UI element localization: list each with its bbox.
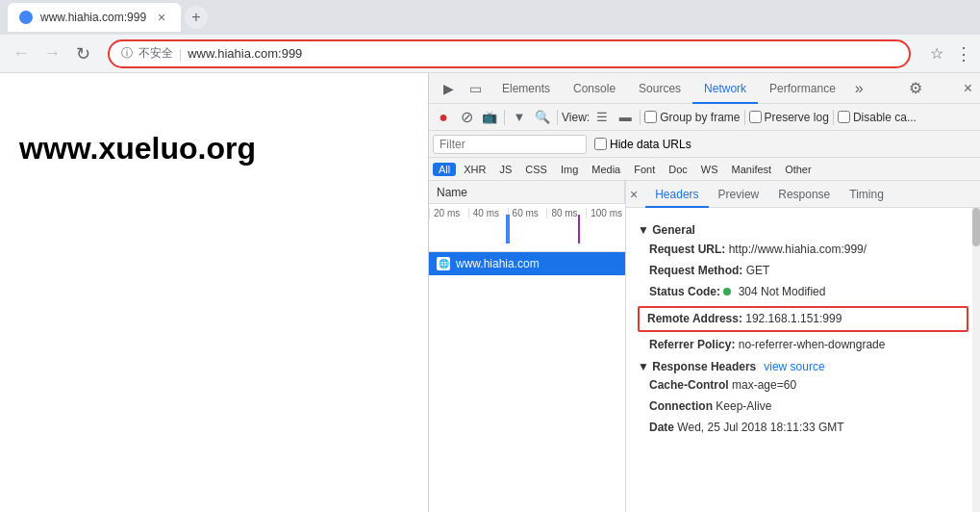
timeline-marker-80: 80 ms — [546, 208, 586, 218]
capture-screenshot-button[interactable]: 📺 — [479, 107, 500, 128]
type-filter-doc[interactable]: Doc — [663, 163, 693, 176]
forward-button[interactable]: → — [38, 40, 65, 67]
bookmark-icon[interactable]: ☆ — [930, 44, 943, 63]
refresh-button[interactable]: ↻ — [69, 40, 96, 67]
type-filter-bar: All XHR JS CSS Img Media Font Doc WS Man… — [429, 158, 980, 181]
tab-close-button[interactable]: × — [158, 10, 165, 25]
view-source-link[interactable]: view source — [764, 360, 824, 373]
type-filter-all[interactable]: All — [433, 163, 456, 176]
view-label: View: — [562, 111, 590, 124]
type-filter-js[interactable]: JS — [493, 163, 517, 176]
referrer-policy-key: Referrer Policy: — [649, 338, 739, 351]
page-heading: www.xueluo.org — [19, 131, 409, 166]
detail-panel: × Headers Preview Response Timing ▼ Gene… — [626, 181, 980, 512]
name-column-header: Name — [429, 181, 625, 204]
network-toolbar: ● ⊘ 📺 ▼ 🔍 View: ☰ ▬ Group by frame Pr — [429, 104, 980, 131]
stop-recording-button[interactable]: ⊘ — [456, 107, 477, 128]
type-filter-other[interactable]: Other — [779, 163, 817, 176]
tab-network[interactable]: Network — [692, 73, 758, 104]
scrollbar[interactable] — [972, 208, 980, 512]
tab-favicon — [19, 11, 33, 24]
more-options-icon[interactable]: ⋮ — [955, 43, 972, 64]
record-button[interactable]: ● — [433, 107, 454, 128]
tab-sources[interactable]: Sources — [627, 73, 692, 104]
request-url-val: http://www.hiahia.com:999/ — [729, 243, 867, 256]
tab-console[interactable]: Console — [562, 73, 627, 104]
toolbar-separator-5 — [833, 110, 834, 125]
request-url-row: Request URL: http://www.hiahia.com:999/ — [638, 241, 968, 259]
scrollbar-thumb[interactable] — [972, 208, 980, 246]
cache-control-key: Cache-Control — [649, 378, 732, 392]
request-row[interactable]: 🌐 www.hiahia.com — [429, 252, 625, 275]
preserve-log-label: Preserve log — [765, 111, 829, 124]
preserve-log-checkbox[interactable] — [749, 111, 762, 123]
type-filter-img[interactable]: Img — [555, 163, 584, 176]
more-tabs-icon[interactable]: » — [855, 80, 864, 97]
request-method-row: Request Method: GET — [638, 262, 968, 280]
remote-address-row: Remote Address: 192.168.1.151:999 — [638, 306, 968, 332]
status-dot — [723, 288, 731, 295]
detail-close-button[interactable]: × — [630, 187, 638, 202]
timeline-bar-blue — [506, 215, 510, 243]
search-button[interactable]: 🔍 — [532, 107, 553, 128]
detail-tab-timing[interactable]: Timing — [840, 181, 893, 208]
devtools-toolbar: ▶ ▭ Elements Console Sources Network Per… — [429, 73, 980, 104]
disable-cache-checkbox[interactable] — [838, 111, 850, 123]
back-button[interactable]: ← — [8, 40, 35, 67]
detail-tab-headers[interactable]: Headers — [645, 181, 708, 208]
timeline-marker-60: 60 ms — [508, 208, 547, 218]
disable-cache-toggle[interactable]: Disable ca... — [838, 111, 917, 124]
hide-data-urls-checkbox[interactable] — [594, 138, 607, 150]
security-icon: ⓘ — [121, 45, 133, 62]
address-bar[interactable]: ⓘ 不安全 | www.hiahia.com:999 — [108, 39, 911, 68]
device-toolbar-button[interactable]: ▭ — [464, 77, 487, 100]
timeline-marker-20: 20 ms — [429, 208, 468, 218]
preserve-log-toggle[interactable]: Preserve log — [749, 111, 829, 124]
referrer-policy-row: Referrer Policy: no-referrer-when-downgr… — [638, 336, 968, 354]
nav-bar: ← → ↻ ⓘ 不安全 | www.hiahia.com:999 ☆ ⋮ — [0, 35, 980, 73]
devtools-close-button[interactable]: × — [964, 80, 972, 97]
cache-control-val: max-age=60 — [732, 378, 796, 392]
filter-input[interactable] — [433, 135, 587, 154]
type-filter-font[interactable]: Font — [628, 163, 661, 176]
toolbar-separator-2 — [557, 110, 558, 125]
date-key: Date — [649, 421, 677, 434]
toolbar-separator-3 — [640, 110, 641, 125]
name-column-label: Name — [437, 186, 467, 199]
timeline-markers: 20 ms 40 ms 60 ms 80 ms 100 ms — [429, 208, 625, 218]
group-by-frame-toggle[interactable]: Group by frame — [644, 111, 740, 124]
inspect-element-button[interactable]: ▶ — [437, 77, 460, 100]
devtools-tabs: Elements Console Sources Network Perform… — [490, 73, 847, 104]
type-filter-media[interactable]: Media — [586, 163, 626, 176]
main-area: www.xueluo.org ▶ ▭ Elements Console Sour… — [0, 73, 980, 512]
filter-bar: Hide data URLs — [429, 131, 980, 158]
tab-performance[interactable]: Performance — [758, 73, 847, 104]
tab-elements[interactable]: Elements — [490, 73, 562, 104]
response-headers-section: ▼ Response Headers view source — [638, 360, 968, 373]
list-view-button[interactable]: ☰ — [591, 107, 613, 128]
detail-tab-preview[interactable]: Preview — [709, 181, 769, 208]
group-by-frame-label: Group by frame — [660, 111, 740, 124]
remote-address-val: 192.168.1.151:999 — [745, 312, 842, 325]
address-text: www.hiahia.com:999 — [188, 46, 302, 61]
type-filter-css[interactable]: CSS — [519, 163, 553, 176]
type-filter-xhr[interactable]: XHR — [458, 163, 491, 176]
general-section-title: ▼ General — [638, 223, 968, 237]
group-by-frame-checkbox[interactable] — [644, 111, 657, 123]
devtools-settings-icon[interactable]: ⚙ — [909, 79, 922, 97]
status-code-key: Status Code: — [649, 285, 723, 298]
detail-tab-response[interactable]: Response — [768, 181, 840, 208]
insecure-label: 不安全 — [138, 45, 173, 62]
waterfall-view-button[interactable]: ▬ — [615, 107, 636, 128]
new-tab-button[interactable]: + — [185, 6, 208, 29]
hide-data-urls-toggle[interactable]: Hide data URLs — [594, 138, 691, 151]
timeline-marker-100: 100 ms — [586, 208, 625, 218]
browser-tab[interactable]: www.hiahia.com:999 × — [8, 3, 181, 32]
type-filter-ws[interactable]: WS — [695, 163, 724, 176]
timeline: 20 ms 40 ms 60 ms 80 ms 100 ms — [429, 204, 625, 252]
filter-button[interactable]: ▼ — [509, 107, 530, 128]
disable-cache-label: Disable ca... — [853, 111, 917, 124]
type-filter-manifest[interactable]: Manifest — [726, 163, 778, 176]
devtools-panel: ▶ ▭ Elements Console Sources Network Per… — [428, 73, 980, 512]
date-val: Wed, 25 Jul 2018 18:11:33 GMT — [677, 421, 843, 434]
